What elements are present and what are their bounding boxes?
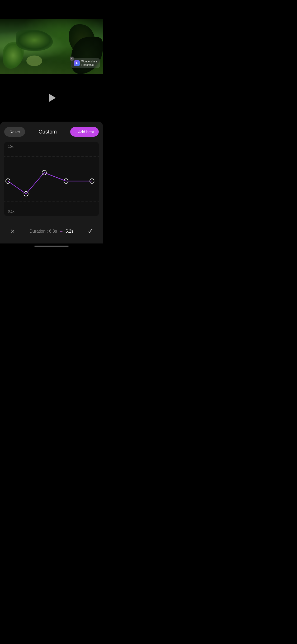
play-button[interactable] <box>45 91 58 104</box>
speed-curve-path <box>8 173 92 194</box>
speed-curve-chart[interactable]: 10x 0.1x <box>4 142 99 216</box>
close-watermark-icon[interactable]: ✕ <box>70 57 74 61</box>
curve-node-1[interactable] <box>6 179 10 183</box>
duration-arrow-icon: → <box>59 229 63 234</box>
watermark-badge: ✕ WondershareFilmoraGo <box>71 58 100 68</box>
chart-svg <box>4 142 99 216</box>
home-indicator-bar <box>34 246 69 247</box>
watermark-brand-text: WondershareFilmoraGo <box>81 60 97 67</box>
foliage-decor-4 <box>16 30 53 51</box>
chart-y-min-label: 0.1x <box>8 209 15 213</box>
action-bar: × Duration : 6.3s → 5.2s ✓ <box>4 221 99 243</box>
duration-info: Duration : 6.3s → 5.2s <box>30 229 73 234</box>
duration-new: 5.2s <box>65 229 73 234</box>
panel-title: Custom <box>39 129 57 135</box>
duration-original: Duration : 6.3s <box>30 229 57 234</box>
panel-header: Reset Custom + Add beat <box>4 127 99 137</box>
play-icon <box>49 94 56 102</box>
home-indicator-area <box>0 243 103 250</box>
filmora-logo-icon <box>74 60 80 66</box>
reset-button[interactable]: Reset <box>4 127 25 137</box>
top-black-area <box>0 0 103 19</box>
confirm-checkmark-icon: ✓ <box>87 228 93 235</box>
cancel-icon: × <box>11 228 15 235</box>
svg-marker-0 <box>76 62 78 65</box>
playback-area <box>0 74 103 122</box>
bottom-panel: Reset Custom + Add beat 10x 0.1x × <box>0 122 103 243</box>
foliage-decor-5 <box>26 56 42 66</box>
confirm-button[interactable]: ✓ <box>84 226 96 237</box>
video-preview: ✕ WondershareFilmoraGo <box>0 19 103 74</box>
cancel-button[interactable]: × <box>7 226 18 237</box>
add-beat-button[interactable]: + Add beat <box>70 127 99 137</box>
